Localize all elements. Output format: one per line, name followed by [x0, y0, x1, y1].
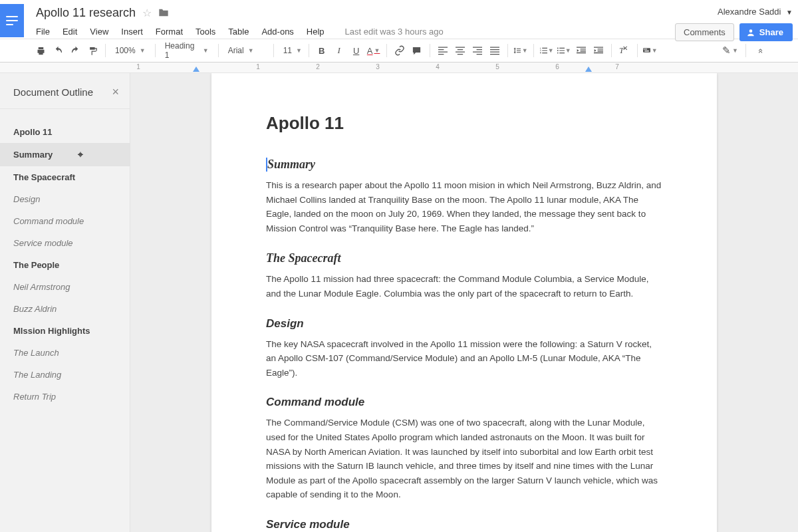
docs-logo[interactable] [0, 4, 24, 37]
svg-point-0 [557, 47, 559, 49]
input-tools-icon[interactable]: ▼ [643, 43, 658, 59]
close-icon[interactable]: × [112, 85, 119, 99]
svg-rect-6 [646, 49, 646, 49]
bold-button[interactable]: B [315, 43, 329, 59]
ruler[interactable]: 1 1 2 3 4 5 6 7 [0, 63, 798, 73]
indent-start-marker[interactable] [193, 66, 200, 72]
document-scroll-area[interactable]: Apollo 11 SummaryThis is a research pape… [130, 73, 798, 532]
user-name: Alexandre Saddi [718, 7, 781, 17]
outline-title: Document Outline [13, 86, 93, 98]
document-outline-panel: Document Outline × Apollo 11Summary⌖The … [0, 73, 130, 532]
svg-rect-5 [644, 49, 645, 49]
outline-item[interactable]: Summary⌖ [0, 143, 130, 166]
font-size-select[interactable]: 11▼ [279, 43, 303, 59]
editing-mode-icon[interactable]: ✎▼ [723, 43, 737, 59]
indent-end-marker[interactable] [585, 66, 592, 72]
align-left-icon[interactable] [436, 43, 450, 59]
print-icon[interactable] [33, 43, 48, 59]
doc-paragraph[interactable]: The Command/Service Module (CSM) was one… [266, 416, 662, 502]
menu-insert[interactable]: Insert [121, 27, 143, 37]
zoom-select[interactable]: 100%▼ [111, 43, 150, 59]
redo-icon[interactable] [68, 43, 82, 59]
docs-logo-icon [6, 16, 18, 25]
outline-item[interactable]: Apollo 11 [0, 121, 130, 143]
doc-heading[interactable]: Command module [266, 396, 662, 409]
doc-heading[interactable]: Service module [266, 518, 662, 531]
ruler-number: 2 [316, 63, 320, 70]
doc-heading[interactable]: The Spacecraft [266, 251, 662, 265]
outline-item[interactable]: The People [0, 254, 130, 276]
outline-item[interactable]: Buzz Aldrin [0, 298, 130, 320]
doc-paragraph[interactable]: This is a research paper about the Apoll… [266, 178, 662, 235]
menu-edit[interactable]: Edit [63, 27, 77, 37]
account-menu[interactable]: Alexandre Saddi ▼ [718, 7, 793, 17]
ruler-number: 1 [256, 63, 260, 70]
outline-item[interactable]: Command module [0, 210, 130, 232]
text-color-button[interactable]: A▼ [366, 43, 381, 59]
outline-item[interactable]: Design [0, 188, 130, 210]
outline-item[interactable]: Neil Armstrong [0, 276, 130, 298]
ruler-number: 4 [436, 63, 440, 70]
comments-button[interactable]: Comments [675, 23, 734, 41]
document-page[interactable]: Apollo 11 SummaryThis is a research pape… [211, 73, 717, 532]
align-center-icon[interactable] [453, 43, 467, 59]
menu-view[interactable]: View [90, 27, 108, 37]
outline-item[interactable]: MIssion Highlights [0, 320, 130, 342]
increase-indent-icon[interactable] [591, 43, 606, 59]
share-button[interactable]: Share [739, 23, 793, 41]
ruler-number: 5 [495, 63, 499, 70]
ruler-number: 1 [136, 63, 140, 70]
svg-rect-7 [644, 51, 648, 51]
bulleted-list-icon[interactable]: ▼ [557, 43, 571, 59]
share-label: Share [759, 27, 783, 37]
doc-heading[interactable]: Design [266, 317, 662, 331]
doc-h1[interactable]: Apollo 11 [266, 113, 662, 134]
align-right-icon[interactable] [470, 43, 485, 59]
decrease-indent-icon[interactable] [574, 43, 589, 59]
title-bar: Apollo 11 research ☆ File Edit View Inse… [0, 0, 798, 39]
svg-rect-4 [644, 49, 644, 49]
menu-file[interactable]: File [36, 27, 50, 37]
clear-formatting-icon[interactable]: T✕ [617, 43, 632, 59]
svg-point-2 [557, 53, 559, 54]
underline-button[interactable]: U [349, 43, 364, 59]
svg-point-1 [557, 50, 559, 51]
folder-icon[interactable] [158, 8, 169, 17]
italic-button[interactable]: I [332, 43, 346, 59]
link-icon[interactable] [392, 43, 407, 59]
menu-help[interactable]: Help [307, 27, 325, 37]
ruler-number: 7 [615, 63, 619, 70]
document-title[interactable]: Apollo 11 research [36, 6, 136, 20]
menu-table[interactable]: Table [228, 27, 249, 37]
paragraph-style-select[interactable]: Heading 1▼ [161, 43, 213, 59]
cursor-pointer-icon: ⌖ [78, 149, 83, 160]
undo-icon[interactable] [51, 43, 65, 59]
toolbar: 100%▼ Heading 1▼ Arial▼ 11▼ B I U A▼ ▼ ▼… [0, 39, 798, 63]
hide-menus-icon[interactable]: « [754, 43, 769, 59]
menu-format[interactable]: Format [156, 27, 183, 37]
main-area: Document Outline × Apollo 11Summary⌖The … [0, 73, 798, 532]
menu-bar: File Edit View Insert Format Tools Table… [36, 23, 675, 40]
outline-item[interactable]: Return Trip [0, 386, 130, 408]
outline-item[interactable]: The Spacecraft [0, 166, 130, 188]
ruler-number: 6 [555, 63, 559, 70]
doc-heading[interactable]: Summary [266, 158, 662, 172]
ruler-number: 3 [376, 63, 380, 70]
doc-paragraph[interactable]: The key NASA spacecraft involved in the … [266, 337, 662, 380]
comment-icon[interactable] [410, 43, 424, 59]
caret-down-icon: ▼ [786, 9, 793, 16]
share-icon [746, 28, 755, 37]
line-spacing-icon[interactable]: ▼ [513, 43, 528, 59]
outline-item[interactable]: The Landing [0, 364, 130, 386]
star-icon[interactable]: ☆ [142, 7, 152, 19]
menu-addons[interactable]: Add-ons [261, 27, 293, 37]
outline-item[interactable]: The Launch [0, 342, 130, 364]
last-edit-status: Last edit was 3 hours ago [345, 27, 444, 37]
paint-format-icon[interactable] [85, 43, 100, 59]
numbered-list-icon[interactable]: ▼ [539, 43, 554, 59]
outline-item[interactable]: Service module [0, 232, 130, 254]
align-justify-icon[interactable] [487, 43, 502, 59]
font-select[interactable]: Arial▼ [224, 43, 268, 59]
doc-paragraph[interactable]: The Apollo 11 mission had three spacecra… [266, 272, 662, 301]
menu-tools[interactable]: Tools [196, 27, 215, 37]
